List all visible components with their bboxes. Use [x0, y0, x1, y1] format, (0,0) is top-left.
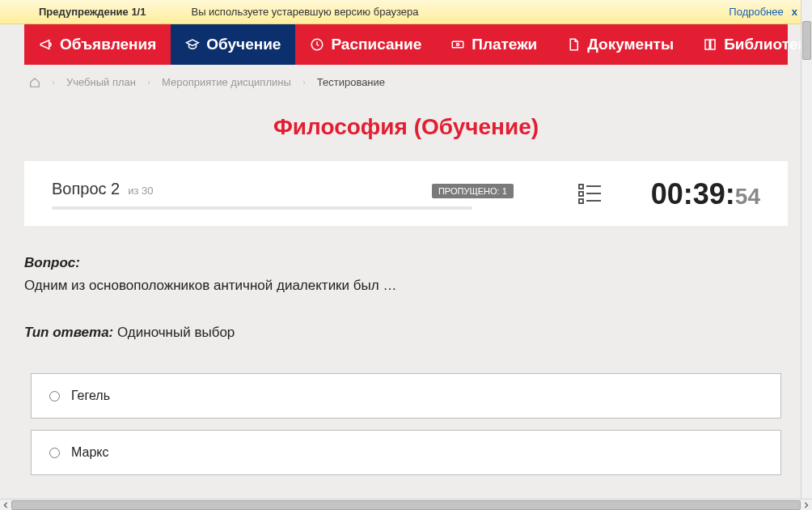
- question-total: из 30: [128, 185, 153, 197]
- scrollbar-track[interactable]: [11, 499, 801, 511]
- nav-label: Платежи: [472, 36, 537, 53]
- scroll-right-button[interactable]: [801, 499, 812, 511]
- svg-rect-7: [579, 199, 583, 203]
- answer-option[interactable]: Маркс: [31, 430, 781, 475]
- banknote-icon: [450, 37, 465, 52]
- nav-announcements[interactable]: Объявления: [24, 24, 171, 65]
- question-list-icon[interactable]: [578, 183, 603, 206]
- nav-label: Документы: [587, 36, 674, 53]
- breadcrumb: Учебный план Мероприятие дисциплины Тест…: [0, 65, 812, 96]
- option-label: Маркс: [71, 445, 108, 460]
- question-status-card: Вопрос 2 из 30 ПРОПУЩЕНО: 1 00:39:54: [24, 161, 788, 226]
- answer-type-label: Тип ответа:: [24, 325, 113, 340]
- chevron-right-icon: [50, 79, 57, 86]
- book-icon: [703, 37, 717, 52]
- home-icon[interactable]: [29, 77, 40, 88]
- answer-radio[interactable]: [49, 448, 60, 458]
- question-text: Одним из основоположников античной диале…: [24, 278, 788, 294]
- breadcrumb-study-plan[interactable]: Учебный план: [66, 76, 136, 88]
- chevron-right-icon: [301, 79, 307, 86]
- nav-documents[interactable]: Документы: [552, 24, 688, 65]
- scroll-left-button[interactable]: [0, 499, 11, 511]
- question-number: Вопрос 2: [52, 180, 120, 198]
- nav-schedule[interactable]: Расписание: [295, 24, 436, 65]
- scrollbar-thumb[interactable]: [802, 21, 811, 60]
- timer-minutes: 00:39:: [651, 177, 735, 211]
- option-label: Гегель: [71, 389, 110, 403]
- clock-icon: [310, 37, 324, 52]
- warning-more-link[interactable]: Подробнее: [729, 6, 783, 18]
- progress-bar: [52, 206, 472, 210]
- svg-rect-1: [452, 41, 463, 48]
- warning-title: Предупреждение 1/1: [39, 6, 146, 18]
- chevron-right-icon: [146, 79, 152, 86]
- warning-message: Вы используете устаревшую версию браузер…: [191, 6, 729, 18]
- vertical-scrollbar[interactable]: [801, 0, 812, 499]
- page-title: Философия (Обучение): [0, 114, 812, 140]
- svg-rect-3: [579, 185, 583, 189]
- warning-close-button[interactable]: x: [792, 6, 797, 18]
- nav-library[interactable]: Библиотека: [688, 24, 812, 65]
- nav-label: Обучение: [206, 36, 281, 53]
- megaphone-icon: [39, 37, 53, 52]
- nav-learning[interactable]: Обучение: [171, 24, 295, 65]
- answer-type-value: Одиночный выбор: [117, 325, 235, 340]
- main-nav: Объявления Обучение Расписание Платежи Д…: [24, 24, 788, 65]
- document-icon: [566, 37, 581, 52]
- skipped-badge: ПРОПУЩЕНО: 1: [432, 184, 514, 198]
- breadcrumb-event[interactable]: Мероприятие дисциплины: [162, 76, 291, 88]
- nav-label: Расписание: [331, 36, 421, 53]
- svg-point-2: [457, 44, 459, 46]
- answer-type-line: Тип ответа: Одиночный выбор: [24, 325, 788, 341]
- breadcrumb-current: Тестирование: [317, 76, 385, 88]
- scrollbar-thumb[interactable]: [11, 500, 801, 510]
- timer-seconds: 54: [735, 184, 760, 210]
- timer: 00:39:54: [651, 177, 760, 211]
- nav-label: Библиотека: [724, 36, 812, 53]
- question-heading: Вопрос:: [24, 255, 788, 271]
- graduation-cap-icon: [185, 37, 200, 52]
- svg-rect-5: [579, 192, 583, 196]
- nav-payments[interactable]: Платежи: [436, 24, 552, 65]
- answer-radio[interactable]: [49, 391, 60, 402]
- nav-label: Объявления: [60, 36, 156, 53]
- warning-bar: Предупреждение 1/1 Вы используете устаре…: [0, 0, 812, 24]
- horizontal-scrollbar[interactable]: [0, 499, 812, 510]
- answer-option[interactable]: Гегель: [31, 373, 781, 419]
